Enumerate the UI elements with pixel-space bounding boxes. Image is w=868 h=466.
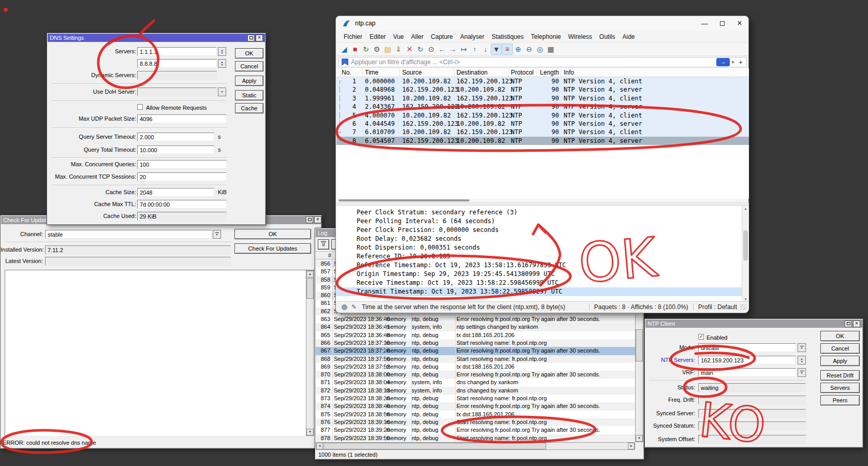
expert-info-icon[interactable] <box>342 304 347 310</box>
col-protocol[interactable]: Protocol <box>511 69 534 76</box>
filter-dropdown-icon[interactable]: ▼ <box>731 60 735 65</box>
dns-server-input-2[interactable]: 8.8.8.8 <box>137 59 217 68</box>
filter-input[interactable]: Appliquer un filtre d'affichage ... <Ctr… <box>351 59 716 66</box>
vrf-dropdown[interactable]: ▼ <box>798 368 806 377</box>
close-icon[interactable]: × <box>853 321 860 327</box>
toolbar-icon[interactable]: ↻ <box>415 44 425 54</box>
toolbar-icon[interactable]: ⊕ <box>513 44 523 54</box>
toolbar-icon[interactable]: ▦ <box>546 44 556 54</box>
dns-server-input-1[interactable]: 1.1.1.1 <box>137 47 217 56</box>
log-row[interactable]: 878 Sep/29/2023 18:39:50 memory ntp, deb… <box>316 434 635 442</box>
minimize-icon[interactable]: — <box>696 16 713 31</box>
cancel-button[interactable]: Cancel <box>235 61 263 71</box>
col-no[interactable]: No. <box>342 69 351 76</box>
log-row[interactable]: 865 Sep/29/2023 18:36:48 memory ntp, deb… <box>316 331 635 339</box>
packet-row[interactable]: │ 2 0.048968 162.159.200.123 10.200.109.… <box>336 85 749 94</box>
enabled-checkbox[interactable]: ✓ <box>698 334 704 340</box>
toolbar-icon[interactable]: ← <box>437 44 447 54</box>
scroll-thumb[interactable] <box>743 230 748 260</box>
detail-line[interactable]: Root Delay: 0,023682 seconds <box>336 235 742 243</box>
dns-settings-title-bar[interactable]: DNS Settings × <box>48 34 265 42</box>
scroll-thumb[interactable] <box>306 278 314 299</box>
restore-icon[interactable] <box>247 35 255 41</box>
packet-row[interactable]: ┌ 1 0.000000 10.200.109.82 162.159.200.1… <box>336 77 749 85</box>
col-length[interactable]: Length <box>538 69 559 76</box>
packet-row[interactable]: │ 4 2.043367 162.159.200.123 10.200.109.… <box>336 103 749 111</box>
wireshark-title-bar[interactable]: ntp.cap — × <box>336 16 748 31</box>
col-number[interactable]: # <box>317 252 331 258</box>
maximize-icon[interactable] <box>713 16 731 31</box>
close-icon[interactable]: × <box>314 216 321 223</box>
toolbar-icon[interactable]: ✕ <box>404 44 415 54</box>
toolbar-icon[interactable]: ⊖ <box>524 44 534 54</box>
toolbar-icon[interactable]: ■ <box>350 44 360 54</box>
log-row[interactable]: 877 Sep/29/2023 18:39:20 memory ntp, deb… <box>316 426 635 434</box>
menu-item[interactable]: Aller <box>407 33 427 40</box>
packet-row[interactable]: │ 6 4.044549 162.159.200.123 10.200.109.… <box>336 120 749 128</box>
col-destination[interactable]: Destination <box>457 69 488 76</box>
packet-row[interactable]: │ 5 4.000070 10.200.109.82 162.159.200.1… <box>336 111 749 120</box>
restore-icon[interactable] <box>306 216 313 223</box>
menu-item[interactable]: Telephonie <box>527 33 565 40</box>
detail-line[interactable]: Origin Timestamp: Sep 29, 2023 19:25:45.… <box>336 270 742 279</box>
ok-button[interactable]: OK <box>235 48 263 59</box>
cache-size-input[interactable]: 2048 <box>137 188 214 197</box>
menu-item[interactable]: Wireless <box>565 33 596 40</box>
toolbar-icon[interactable]: → <box>448 44 458 54</box>
log-row[interactable]: 871 Sep/29/2023 18:38:04 memory system, … <box>316 378 635 386</box>
resize-grip[interactable] <box>740 304 746 310</box>
toolbar-icon[interactable]: ↻ <box>361 44 371 54</box>
log-row[interactable]: 872 Sep/29/2023 18:38:13 memory system, … <box>316 387 635 395</box>
log-horizontal-scrollbar[interactable]: ◄ ► <box>316 442 635 450</box>
menu-item[interactable]: Outils <box>596 33 619 40</box>
ntp-servers-input[interactable]: 162.159.200.123 <box>698 356 796 365</box>
menu-item[interactable]: Analyser <box>457 33 488 40</box>
spinner-updown[interactable]: ▲▼ <box>798 356 806 365</box>
toolbar-icon[interactable]: ⇓ <box>393 44 404 54</box>
peers-button[interactable]: Peers <box>820 395 860 405</box>
vrf-input[interactable]: main <box>698 368 796 377</box>
filter-button[interactable] <box>318 239 329 250</box>
capture-comment-icon[interactable]: ✎ <box>351 303 357 311</box>
scroll-thumb[interactable] <box>636 329 643 361</box>
menu-item[interactable]: Capture <box>427 33 457 40</box>
ok-button[interactable]: OK <box>820 331 860 341</box>
toolbar-icon[interactable]: ▤ <box>382 44 393 54</box>
toolbar-icon[interactable]: ⚙ <box>372 44 382 54</box>
static-button[interactable]: Static <box>235 90 263 100</box>
log-row[interactable]: 867 Sep/29/2023 18:37:20 memory ntp, deb… <box>316 347 635 355</box>
close-icon[interactable]: × <box>256 35 263 41</box>
col-info[interactable]: Info <box>564 69 574 76</box>
log-row[interactable]: 876 Sep/29/2023 18:39:10 memory ntp, deb… <box>316 418 635 426</box>
max-concurrent-queries-input[interactable]: 100 <box>137 160 227 169</box>
log-row[interactable]: 868 Sep/29/2023 18:37:50 memory ntp, deb… <box>316 355 635 363</box>
detail-line[interactable]: Receive Timestamp: Oct 19, 2023 13:58:22… <box>336 279 742 287</box>
log-row[interactable]: 873 Sep/29/2023 18:38:30 memory ntp, deb… <box>316 395 635 402</box>
scroll-left-icon[interactable]: ◄ <box>316 443 323 449</box>
detail-line[interactable]: Root Dispersion: 0,000351 seconds <box>336 243 742 252</box>
scroll-up-icon[interactable]: ▲ <box>742 206 749 212</box>
col-time[interactable]: Time <box>365 69 378 76</box>
scroll-right-icon[interactable]: ► <box>628 443 635 449</box>
detail-line[interactable]: Reference ID: 10.26.8.185 <box>336 252 742 261</box>
mode-dropdown[interactable]: ▼ <box>798 343 806 352</box>
profile[interactable]: Profil : Default <box>698 303 737 311</box>
menu-item[interactable]: Statistiques <box>488 33 527 40</box>
spinner-updown[interactable]: ▲▼ <box>218 59 226 68</box>
packet-row[interactable]: └ 8 6.054507 162.159.200.123 10.200.109.… <box>336 137 749 145</box>
detail-line[interactable]: Transmit Timestamp: Oct 19, 2023 13:58:2… <box>336 287 742 296</box>
log-row[interactable]: 874 Sep/29/2023 18:38:40 memory ntp, deb… <box>316 402 635 410</box>
cache-max-ttl-input[interactable]: 7d 00:00:00 <box>137 200 227 209</box>
toolbar-icon[interactable]: ◢ <box>339 44 349 54</box>
cancel-button[interactable]: Cancel <box>820 343 860 354</box>
log-row[interactable]: 863 Sep/29/2023 18:36:40 memory ntp, deb… <box>316 315 635 323</box>
packet-row[interactable]: → 7 6.010709 10.200.109.82 162.159.200.1… <box>336 128 749 136</box>
log-row[interactable]: 870 Sep/29/2023 18:38:00 memory ntp, deb… <box>316 371 635 378</box>
detail-line[interactable]: Reference Timestamp: Oct 19, 2023 13:58:… <box>336 261 742 270</box>
toolbar-icon[interactable]: ≡ <box>502 44 512 54</box>
log-row[interactable]: 869 Sep/29/2023 18:37:52 memory ntp, deb… <box>316 363 635 371</box>
mode-input[interactable]: unicast <box>698 343 796 352</box>
servers-button[interactable]: Servers <box>820 383 860 393</box>
ok-button[interactable]: OK <box>234 229 311 239</box>
channel-dropdown[interactable]: ▼ <box>213 230 221 239</box>
